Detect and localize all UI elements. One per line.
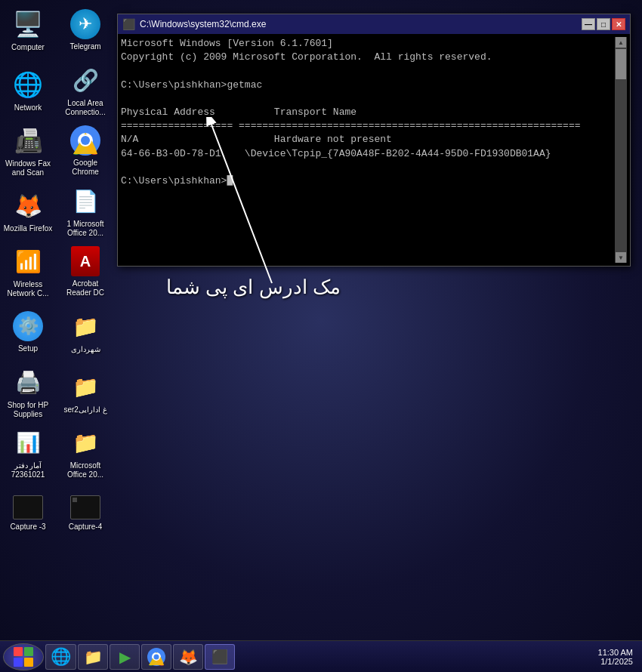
icon-telegram[interactable]: ✈ Telegram (57, 0, 113, 60)
icon-computer[interactable]: 🖥️ Computer (0, 0, 56, 60)
icon-mozilla-firefox-label: Mozilla Firefox (4, 224, 52, 233)
taskbar: 🌐 📁 ▶ 🦊 ⬛ 11:30 AM 1/1/2025 (0, 640, 642, 672)
icon-ms-office2[interactable]: 📁 Microsoft Office 20... (57, 423, 113, 483)
icon-google-chrome[interactable]: Google Chrome (57, 121, 113, 181)
icon-wireless-label: Wireless Network C... (3, 280, 53, 298)
icon-amar-daftar[interactable]: 📊 آمار دفتر72361021 (0, 423, 56, 483)
cmd-scrollbar[interactable]: ▲ ▼ (615, 37, 627, 263)
cmd-body: Microsoft Windows [Version 6.1.7601] Cop… (118, 34, 630, 266)
icon-edaraei-label: غ اداراییser2 (63, 405, 106, 415)
taskbar-cmd[interactable]: ⬛ (205, 644, 235, 670)
icon-acrobat-label: Acrobat Reader DC (60, 279, 110, 297)
icon-edaraei[interactable]: 📁 غ اداراییser2 (57, 362, 113, 423)
svg-rect-6 (14, 647, 23, 656)
start-button[interactable] (3, 643, 44, 670)
icon-ms-office1-label: 1 Microsoft Office 20... (60, 220, 110, 238)
icon-ms-office1[interactable]: 📄 1 Microsoft Office 20... (57, 181, 113, 242)
cmd-titlebar[interactable]: ⬛ C:\Windows\system32\cmd.exe — □ ✕ (118, 14, 630, 34)
taskbar-ie[interactable]: 🌐 (45, 644, 76, 670)
icon-google-chrome-label: Google Chrome (60, 159, 110, 177)
svg-point-13 (154, 654, 159, 659)
taskbar-media-icon: ▶ (119, 648, 131, 666)
icon-capture3-label: Capture -3 (10, 522, 45, 532)
taskbar-firefox[interactable]: 🦊 (173, 644, 203, 670)
icon-setup-label: Setup (18, 344, 38, 353)
taskbar-chrome[interactable] (141, 644, 171, 670)
icon-local-area[interactable]: 🔗 Local Area Connectio... (57, 60, 113, 121)
icon-network[interactable]: 🌐 Network (0, 60, 56, 121)
icon-shop-hp[interactable]: 🖨️ Shop for HP Supplies (0, 362, 56, 423)
icon-network-label: Network (14, 103, 42, 113)
icon-ms-office2-label: Microsoft Office 20... (60, 461, 110, 479)
icon-local-area-label: Local Area Connectio... (60, 99, 110, 117)
icon-capture3[interactable]: Capture -3 (0, 483, 56, 544)
svg-rect-9 (24, 658, 33, 667)
icon-windows-fax[interactable]: 📠 Windows Fax and Scan (0, 121, 56, 181)
scrollbar-thumb[interactable] (616, 49, 626, 79)
taskbar-media[interactable]: ▶ (110, 644, 140, 670)
svg-rect-7 (24, 647, 33, 656)
taskbar-chrome-icon (147, 648, 165, 666)
svg-rect-8 (14, 658, 23, 667)
icon-amar-daftar-label: آمار دفتر72361021 (11, 461, 45, 479)
cmd-maximize-button[interactable]: □ (597, 18, 610, 30)
icon-acrobat[interactable]: A Acrobat Reader DC (57, 242, 113, 302)
taskbar-clock: 11:30 AM 1/1/2025 (592, 648, 639, 666)
svg-point-3 (81, 136, 90, 145)
icon-setup[interactable]: ⚙️ Setup (0, 302, 56, 362)
desktop: 🖥️ Computer 🌐 Network 📠 Windows Fax and … (0, 0, 642, 640)
cmd-title-text: C:\Windows\system32\cmd.exe (140, 19, 577, 29)
taskbar-cmd-icon: ⬛ (211, 649, 228, 665)
icon-capture4-label: Capture-4 (69, 522, 102, 532)
cmd-minimize-button[interactable]: — (582, 18, 595, 30)
taskbar-explorer[interactable]: 📁 (78, 644, 108, 670)
icon-shop-hp-label: Shop for HP Supplies (3, 401, 53, 419)
icon-wireless[interactable]: 📶 Wireless Network C... (0, 242, 56, 302)
icon-windows-fax-label: Windows Fax and Scan (3, 159, 53, 177)
icon-shahrdari-label: شهرداری (71, 345, 100, 354)
taskbar-explorer-icon: 📁 (84, 648, 103, 666)
taskbar-ie-icon: 🌐 (51, 647, 71, 667)
cmd-window: ⬛ C:\Windows\system32\cmd.exe — □ ✕ Micr… (117, 14, 631, 267)
cmd-title-icon: ⬛ (122, 18, 135, 30)
cmd-text-content: Microsoft Windows [Version 6.1.7601] Cop… (121, 37, 615, 263)
taskbar-firefox-icon: 🦊 (179, 648, 198, 666)
icon-shahrdari[interactable]: 📁 شهرداری (57, 302, 113, 362)
icon-mozilla-firefox[interactable]: 🦊 Mozilla Firefox (0, 181, 56, 242)
cmd-close-button[interactable]: ✕ (612, 18, 625, 30)
icon-telegram-label: Telegram (69, 42, 100, 51)
annotation-text: مک ادرس ای پی شما (166, 276, 341, 299)
icon-computer-label: Computer (11, 43, 45, 52)
icon-capture4[interactable]: Capture-4 (57, 483, 113, 544)
cmd-controls: — □ ✕ (582, 18, 625, 30)
